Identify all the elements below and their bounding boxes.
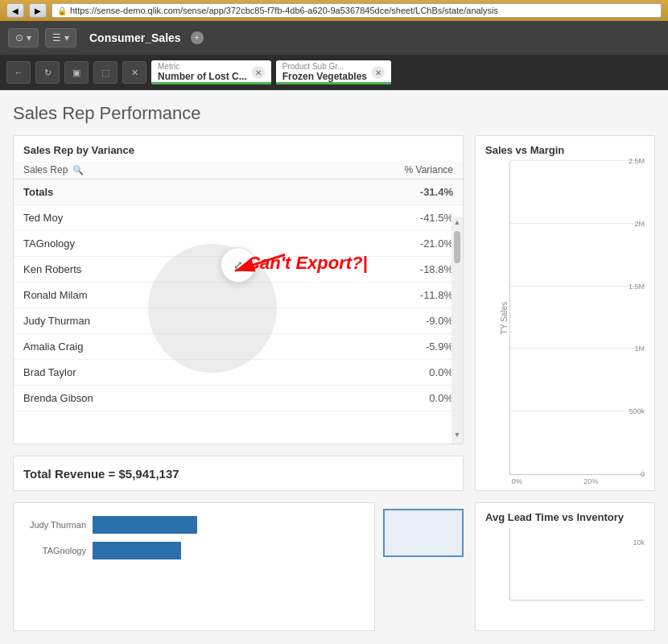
app-toolbar: ⊙ ▾ ☰ ▾ Consumer_Sales + [0, 21, 668, 55]
y-gridline-2 [510, 286, 645, 287]
row-value: -21.0% [389, 237, 453, 250]
app-title: Consumer_Sales [89, 31, 181, 44]
lock-icon: 🔒 [57, 6, 67, 15]
bottom-charts: Judy Thurman TAGnology [13, 502, 464, 631]
address-bar[interactable]: 🔒 https://sense-demo.qlik.com/sense/app/… [52, 3, 662, 18]
search-icon[interactable]: 🔍 [72, 165, 84, 175]
expand-button[interactable]: ⤢ [221, 247, 256, 283]
table-row-totals: Totals -31.4% [14, 180, 463, 205]
small-y-tick-10k: 10k [633, 539, 645, 547]
table-row[interactable]: Ted Moy -41.5% [14, 205, 463, 231]
content-grid: Sales Rep by Variance Sales Rep 🔍 % Vari… [13, 135, 655, 631]
filter-chip-product[interactable]: Product Sub Gr... Frozen Vegetables ✕ [276, 60, 391, 85]
row-name: TAGnology [23, 237, 389, 250]
row-name: Brad Taylor [23, 366, 389, 378]
avg-lead-time-title: Avg Lead Time vs Inventory [485, 511, 645, 523]
y-tick-25m: 2.5M [629, 157, 645, 165]
y-tick-0: 0 [641, 470, 645, 478]
bottom-left-area: Judy Thurman TAGnology [13, 502, 464, 631]
col-variance-header: % Variance [389, 164, 453, 175]
compass-icon: ⊙ [15, 32, 23, 43]
scroll-down-arrow[interactable]: ▼ [452, 429, 463, 440]
table-row[interactable]: Brad Taylor 0.0% [14, 360, 463, 386]
selection-icon-3[interactable]: ✕ [122, 61, 146, 84]
menu-arrow: ▾ [64, 32, 69, 43]
table-row[interactable]: Ronald Milam -11.8% [14, 283, 463, 308]
y-gridline-0 [510, 160, 645, 161]
avg-lead-time-widget: Avg Lead Time vs Inventory 10k [475, 502, 655, 631]
mini-table-area [383, 502, 464, 631]
bar-row: TAGnology [22, 542, 366, 559]
forward-button[interactable]: ▶ [29, 3, 47, 18]
filter-product-close[interactable]: ✕ [372, 66, 385, 79]
back-button[interactable]: ◀ [6, 3, 24, 18]
mini-table-widget [383, 509, 464, 557]
y-gridline-1 [510, 223, 645, 224]
filter-product-label: Product Sub Gr... [282, 63, 367, 71]
row-name: Amalia Craig [23, 341, 389, 353]
table-header: Sales Rep 🔍 % Variance [14, 161, 463, 180]
filter-product-underline [276, 82, 391, 85]
filter-metric-underline [151, 82, 271, 85]
bar-row: Judy Thurman [22, 516, 366, 534]
row-value: 0.0% [389, 366, 453, 378]
scrollbar-thumb[interactable] [454, 231, 460, 263]
compass-arrow: ▾ [27, 32, 31, 43]
selection-icon-1[interactable]: ▣ [64, 61, 89, 84]
filter-chip-product-text: Product Sub Gr... Frozen Vegetables [282, 63, 367, 82]
menu-icon: ☰ [52, 32, 61, 43]
filter-chip-metric-text: Metric Number of Lost C... [158, 63, 247, 82]
sales-vs-margin-widget: Sales vs Margin TY Sales 2.5M 2M 1.5M 1M… [475, 135, 655, 491]
right-panel: Sales vs Margin TY Sales 2.5M 2M 1.5M 1M… [475, 135, 655, 631]
y-gridline-4 [510, 411, 645, 411]
table-widget-title: Sales Rep by Variance [14, 136, 463, 161]
bar-chart-area: Judy Thurman TAGnology [22, 516, 366, 559]
scroll-up-arrow[interactable]: ▲ [452, 217, 463, 228]
app-more-icon[interactable]: + [191, 31, 204, 44]
scrollbar[interactable]: ▲ ▼ [452, 217, 463, 444]
row-name: Ronald Milam [23, 289, 389, 301]
browser-chrome: ◀ ▶ 🔒 https://sense-demo.qlik.com/sense/… [0, 0, 668, 21]
filter-back-button[interactable]: ← [6, 61, 31, 84]
filter-chip-metric[interactable]: Metric Number of Lost C... ✕ [151, 60, 271, 85]
menu-button[interactable]: ☰ ▾ [45, 28, 76, 47]
row-name: Judy Thurman [23, 315, 389, 327]
filter-metric-close[interactable]: ✕ [252, 66, 265, 79]
row-value: -11.8% [389, 289, 453, 301]
col-sales-rep-label: Sales Rep [23, 164, 68, 175]
col-sales-rep-header: Sales Rep 🔍 [23, 164, 389, 175]
compass-button[interactable]: ⊙ ▾ [8, 28, 39, 47]
bar-label-2: TAGnology [22, 546, 86, 555]
y-gridline-3 [510, 348, 645, 349]
bottom-bar-chart: Judy Thurman TAGnology [13, 502, 375, 631]
x-tick-20: 20% [583, 477, 598, 485]
row-name: Brenda Gibson [23, 392, 389, 404]
row-value: -5.9% [389, 341, 453, 353]
scatter-chart-area: TY Sales 2.5M 2M 1.5M 1M 500k 0 0% 2 [509, 161, 645, 475]
row-value: -41.5% [389, 212, 453, 224]
row-name: Ted Moy [23, 212, 389, 224]
filter-product-value: Frozen Vegetables [282, 71, 367, 82]
y-tick-1m: 1M [634, 345, 645, 353]
table-row[interactable]: Brenda Gibson 0.0% [14, 386, 463, 411]
bar-fill-2 [93, 542, 181, 559]
filter-forward-button[interactable]: ↻ [35, 61, 60, 84]
revenue-bar: Total Revenue = $5,941,137 [13, 456, 464, 491]
table-row[interactable]: Judy Thurman -9.0% [14, 308, 463, 334]
bar-fill-1 [93, 516, 197, 534]
totals-label: Totals [23, 186, 389, 198]
row-value: -18.8% [389, 263, 453, 275]
row-value: 0.0% [389, 392, 453, 404]
filter-metric-value: Number of Lost C... [158, 71, 247, 82]
selection-icon-2[interactable]: ⬚ [93, 61, 118, 84]
table-row[interactable]: Amalia Craig -5.9% [14, 334, 463, 360]
row-value: -9.0% [389, 315, 453, 327]
main-content: Sales Rep Performance Sales Rep by Varia… [0, 90, 668, 644]
revenue-text: Total Revenue = $5,941,137 [23, 467, 179, 481]
left-panel: Sales Rep by Variance Sales Rep 🔍 % Vari… [13, 135, 464, 631]
x-tick-0: 0% [512, 477, 522, 485]
y-axis-label: TY Sales [500, 301, 509, 333]
filter-metric-label: Metric [158, 63, 247, 71]
totals-value: -31.4% [389, 186, 453, 198]
small-chart-area: 10k [509, 528, 645, 601]
